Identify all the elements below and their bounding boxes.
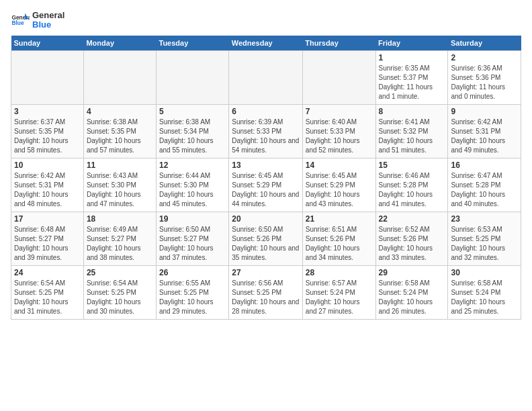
calendar-cell-17: 17 Sunrise: 6:48 AM Sunset: 5:27 PM Dayl… [11, 212, 84, 265]
sunset-text: Sunset: 5:25 PM [159, 288, 226, 298]
calendar-cell-11: 11 Sunrise: 6:43 AM Sunset: 5:30 PM Dayl… [83, 158, 156, 212]
day-number: 8 [379, 107, 445, 116]
sunset-text: Sunset: 5:24 PM [451, 288, 518, 298]
day-number: 28 [306, 268, 373, 277]
calendar-cell-13: 13 Sunrise: 6:45 AM Sunset: 5:29 PM Dayl… [229, 158, 303, 212]
week-row-4: 17 Sunrise: 6:48 AM Sunset: 5:27 PM Dayl… [11, 212, 521, 265]
week-row-2: 3 Sunrise: 6:37 AM Sunset: 5:35 PM Dayli… [11, 104, 521, 158]
day-header-tuesday: Tuesday [157, 36, 229, 51]
sunrise-text: Sunrise: 6:38 AM [87, 118, 153, 127]
sunrise-text: Sunrise: 6:52 AM [379, 225, 445, 234]
sunrise-text: Sunrise: 6:45 AM [232, 171, 300, 181]
sunset-text: Sunset: 5:24 PM [379, 288, 445, 298]
week-row-5: 24 Sunrise: 6:54 AM Sunset: 5:25 PM Dayl… [11, 265, 521, 319]
sunrise-text: Sunrise: 6:38 AM [159, 118, 226, 127]
calendar-cell-12: 12 Sunrise: 6:44 AM Sunset: 5:30 PM Dayl… [157, 158, 229, 212]
daylight-text: Daylight: 10 hours and 33 minutes. [379, 244, 445, 263]
sunrise-text: Sunrise: 6:40 AM [306, 118, 373, 127]
daylight-text: Daylight: 10 hours and 38 minutes. [87, 244, 153, 263]
day-info: Sunrise: 6:38 AM Sunset: 5:35 PM Dayligh… [87, 118, 153, 155]
calendar-cell-9: 9 Sunrise: 6:42 AM Sunset: 5:31 PM Dayli… [448, 104, 521, 158]
day-number: 27 [232, 268, 300, 277]
daylight-text: Daylight: 10 hours and 44 minutes. [232, 190, 300, 209]
sunset-text: Sunset: 5:26 PM [306, 234, 373, 244]
day-number: 12 [159, 161, 226, 170]
sunrise-text: Sunrise: 6:37 AM [14, 118, 81, 127]
daylight-text: Daylight: 10 hours and 27 minutes. [306, 298, 373, 316]
day-number: 26 [159, 268, 226, 277]
day-info: Sunrise: 6:58 AM Sunset: 5:24 PM Dayligh… [451, 279, 518, 316]
sunset-text: Sunset: 5:32 PM [379, 127, 445, 136]
sunrise-text: Sunrise: 6:46 AM [379, 171, 445, 181]
day-number: 20 [232, 214, 300, 224]
day-info: Sunrise: 6:56 AM Sunset: 5:25 PM Dayligh… [232, 279, 300, 316]
day-header-friday: Friday [375, 36, 448, 51]
daylight-text: Daylight: 11 hours and 0 minutes. [451, 83, 518, 101]
daylight-text: Daylight: 10 hours and 52 minutes. [306, 136, 373, 155]
calendar-cell-27: 27 Sunrise: 6:56 AM Sunset: 5:25 PM Dayl… [229, 265, 303, 319]
sunrise-text: Sunrise: 6:41 AM [379, 118, 445, 127]
day-info: Sunrise: 6:58 AM Sunset: 5:24 PM Dayligh… [379, 279, 445, 316]
day-number: 19 [159, 214, 226, 224]
sunrise-text: Sunrise: 6:54 AM [14, 279, 81, 288]
daylight-text: Daylight: 10 hours and 57 minutes. [87, 136, 153, 155]
day-number: 4 [87, 107, 153, 116]
daylight-text: Daylight: 10 hours and 51 minutes. [379, 136, 445, 155]
calendar-cell-29: 29 Sunrise: 6:58 AM Sunset: 5:24 PM Dayl… [375, 265, 448, 319]
day-number: 22 [379, 214, 445, 224]
calendar-cell-30: 30 Sunrise: 6:58 AM Sunset: 5:24 PM Dayl… [448, 265, 521, 319]
daylight-text: Daylight: 10 hours and 43 minutes. [306, 190, 373, 209]
day-number: 14 [306, 161, 373, 170]
sunset-text: Sunset: 5:35 PM [14, 127, 81, 136]
day-number: 11 [87, 161, 153, 170]
day-number: 6 [232, 107, 300, 116]
calendar-cell-1: 1 Sunrise: 6:35 AM Sunset: 5:37 PM Dayli… [375, 50, 448, 104]
day-number: 25 [87, 268, 153, 277]
day-info: Sunrise: 6:37 AM Sunset: 5:35 PM Dayligh… [14, 118, 81, 155]
day-info: Sunrise: 6:49 AM Sunset: 5:27 PM Dayligh… [87, 225, 153, 263]
calendar-cell-4: 4 Sunrise: 6:38 AM Sunset: 5:35 PM Dayli… [83, 104, 156, 158]
calendar-cell-26: 26 Sunrise: 6:55 AM Sunset: 5:25 PM Dayl… [157, 265, 229, 319]
daylight-text: Daylight: 10 hours and 40 minutes. [451, 190, 518, 209]
sunset-text: Sunset: 5:31 PM [14, 181, 81, 190]
calendar-cell-7: 7 Sunrise: 6:40 AM Sunset: 5:33 PM Dayli… [302, 104, 375, 158]
sunrise-text: Sunrise: 6:47 AM [451, 171, 518, 181]
day-info: Sunrise: 6:50 AM Sunset: 5:27 PM Dayligh… [159, 225, 226, 263]
calendar-cell-20: 20 Sunrise: 6:50 AM Sunset: 5:26 PM Dayl… [229, 212, 303, 265]
calendar-cell-empty [229, 50, 303, 104]
daylight-text: Daylight: 10 hours and 49 minutes. [451, 136, 518, 155]
day-info: Sunrise: 6:41 AM Sunset: 5:32 PM Dayligh… [379, 118, 445, 155]
day-info: Sunrise: 6:55 AM Sunset: 5:25 PM Dayligh… [159, 279, 226, 316]
calendar-cell-14: 14 Sunrise: 6:45 AM Sunset: 5:29 PM Dayl… [302, 158, 375, 212]
day-info: Sunrise: 6:48 AM Sunset: 5:27 PM Dayligh… [14, 225, 81, 263]
calendar-cell-16: 16 Sunrise: 6:47 AM Sunset: 5:28 PM Dayl… [448, 158, 521, 212]
daylight-text: Daylight: 10 hours and 39 minutes. [14, 244, 81, 263]
sunset-text: Sunset: 5:29 PM [232, 181, 300, 190]
daylight-text: Daylight: 10 hours and 25 minutes. [451, 298, 518, 316]
sunset-text: Sunset: 5:27 PM [159, 234, 226, 244]
daylight-text: Daylight: 10 hours and 45 minutes. [159, 190, 226, 209]
day-header-sunday: Sunday [11, 36, 84, 51]
logo: General Blue General Blue [11, 11, 64, 30]
sunrise-text: Sunrise: 6:39 AM [232, 118, 300, 127]
day-number: 15 [379, 161, 445, 170]
header-area: General Blue General Blue [11, 11, 521, 30]
day-info: Sunrise: 6:47 AM Sunset: 5:28 PM Dayligh… [451, 171, 518, 209]
sunrise-text: Sunrise: 6:43 AM [87, 171, 153, 181]
sunrise-text: Sunrise: 6:50 AM [159, 225, 226, 234]
day-number: 13 [232, 161, 300, 170]
daylight-text: Daylight: 10 hours and 34 minutes. [306, 244, 373, 263]
sunrise-text: Sunrise: 6:57 AM [306, 279, 373, 288]
sunset-text: Sunset: 5:28 PM [379, 181, 445, 190]
daylight-text: Daylight: 10 hours and 30 minutes. [87, 298, 153, 316]
daylight-text: Daylight: 10 hours and 47 minutes. [87, 190, 153, 209]
day-header-wednesday: Wednesday [229, 36, 303, 51]
daylight-text: Daylight: 10 hours and 28 minutes. [232, 298, 300, 316]
sunset-text: Sunset: 5:27 PM [87, 234, 153, 244]
daylight-text: Daylight: 10 hours and 31 minutes. [14, 298, 81, 316]
calendar-cell-3: 3 Sunrise: 6:37 AM Sunset: 5:35 PM Dayli… [11, 104, 84, 158]
sunrise-text: Sunrise: 6:49 AM [87, 225, 153, 234]
calendar-cell-empty [157, 50, 229, 104]
day-number: 30 [451, 268, 518, 277]
day-info: Sunrise: 6:45 AM Sunset: 5:29 PM Dayligh… [306, 171, 373, 209]
